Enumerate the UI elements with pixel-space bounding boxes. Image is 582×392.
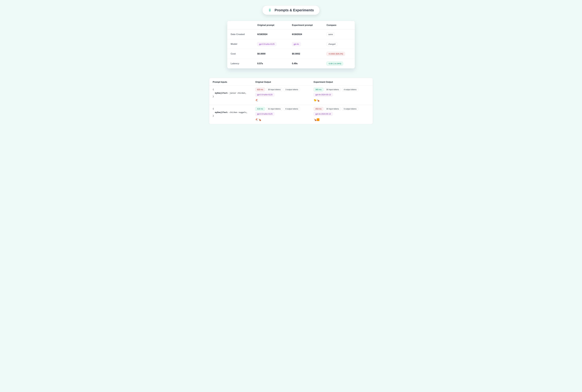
latency-original: 0.57s <box>257 62 292 65</box>
outputs-card: Prompt Inputs Original Output Experiment… <box>209 78 373 124</box>
date-original: 6/18/2024 <box>257 33 292 36</box>
svg-point-3 <box>270 11 270 11</box>
svg-point-2 <box>269 10 270 10</box>
col-original-output: Original Output <box>255 81 311 83</box>
outputs-header-row: Prompt Inputs Original Output Experiment… <box>209 78 373 86</box>
date-experiment: 6/18/2024 <box>292 33 327 36</box>
output-row: { myEmojiText: chicken nuggets, } 419 ms… <box>209 105 373 124</box>
cost-experiment: $0.0002 <box>292 52 327 55</box>
model-experiment: gpt-4o <box>292 42 301 46</box>
col-original: Original prompt <box>257 24 292 26</box>
input-tokens-chip: 30 input tokens <box>266 88 282 92</box>
compare-row-latency: Latency 0.57s 0.49s -0.08 (-14.34%) <box>227 59 355 68</box>
compare-header-row: Original prompt Experiment prompt Compar… <box>227 21 355 30</box>
latency-chip: 419 ms <box>255 107 265 111</box>
prompt-input: { myEmojiText: chicken nuggets, } <box>213 107 253 118</box>
col-experiment-output: Experiment Output <box>314 81 369 83</box>
cost-original: $0.0000 <box>257 52 292 55</box>
row-label: Model <box>231 43 257 46</box>
compare-row-date: Date Created 6/18/2024 6/18/2024 same <box>227 30 355 39</box>
header-pill: Prompts & Experiments <box>262 5 320 15</box>
original-chips: 620 ms 30 input tokens 3 output tokens g… <box>255 88 311 96</box>
compare-row-model: Model gpt-3.5-turbo-0125 gpt-4o changed <box>227 39 355 49</box>
compare-badge-same: same <box>327 32 335 36</box>
model-chip: gpt-3.5-turbo-0125 <box>255 112 274 116</box>
original-emoji: 🐔 <box>255 99 311 102</box>
latency-chip: 453 ms <box>314 107 323 111</box>
page: Prompts & Experiments Original prompt Ex… <box>202 5 380 124</box>
page-title: Prompts & Experiments <box>275 8 314 12</box>
latency-chip: 365 ms <box>314 88 323 92</box>
output-tokens-chip: 6 output tokens <box>284 107 300 111</box>
col-experiment: Experiment prompt <box>292 24 327 26</box>
compare-badge-changed: changed <box>327 42 337 46</box>
compare-badge-cost: +0.0002 (929.2%) <box>327 52 345 56</box>
experiment-output-cell: 453 ms 30 input tokens 5 output tokens g… <box>314 107 369 121</box>
col-compare: Compare <box>327 24 351 26</box>
latency-chip: 620 ms <box>255 88 265 92</box>
compare-row-cost: Cost $0.0000 $0.0002 +0.0002 (929.2%) <box>227 49 355 59</box>
output-tokens-chip: 5 output tokens <box>342 107 358 111</box>
input-tokens-chip: 30 input tokens <box>325 107 341 111</box>
test-tube-icon <box>268 8 272 12</box>
model-chip: gpt-4o-2024-05-13 <box>314 93 333 96</box>
col-inputs: Prompt Inputs <box>213 81 253 83</box>
latency-experiment: 0.49s <box>292 62 327 65</box>
row-label: Date Created <box>231 33 257 36</box>
experiment-emoji: 🐤🍗 <box>314 99 369 102</box>
model-original: gpt-3.5-turbo-0125 <box>257 42 276 46</box>
input-tokens-chip: 30 input tokens <box>325 88 341 92</box>
input-value: chicken nuggets, <box>229 111 247 114</box>
row-label: Cost <box>231 52 257 55</box>
prompt-input: { myEmojiText: junior chicken, } <box>213 88 253 98</box>
input-key: myEmojiText: <box>215 92 228 94</box>
model-chip: gpt-3.5-turbo-0125 <box>255 93 274 96</box>
svg-rect-1 <box>269 8 271 10</box>
row-label: Latency <box>231 62 257 65</box>
original-output-cell: 620 ms 30 input tokens 3 output tokens g… <box>255 88 311 102</box>
experiment-chips: 453 ms 30 input tokens 5 output tokens g… <box>314 107 369 116</box>
compare-card: Original prompt Experiment prompt Compar… <box>227 21 355 68</box>
model-chip: gpt-4o-2024-05-13 <box>314 112 333 116</box>
experiment-emoji: 🍗🟧 <box>314 118 369 121</box>
experiment-output-cell: 365 ms 30 input tokens 4 output tokens g… <box>314 88 369 102</box>
original-chips: 419 ms 31 input tokens 6 output tokens g… <box>255 107 311 116</box>
input-key: myEmojiText: <box>215 111 228 114</box>
output-tokens-chip: 3 output tokens <box>284 88 300 92</box>
input-value: junior chicken, <box>229 92 246 94</box>
input-tokens-chip: 31 input tokens <box>266 107 282 111</box>
header: Prompts & Experiments <box>202 5 380 15</box>
original-emoji: 🐔🍗 <box>255 118 311 121</box>
output-tokens-chip: 4 output tokens <box>342 88 358 92</box>
compare-badge-latency: -0.08 (-14.34%) <box>327 62 343 66</box>
experiment-chips: 365 ms 30 input tokens 4 output tokens g… <box>314 88 369 96</box>
original-output-cell: 419 ms 31 input tokens 6 output tokens g… <box>255 107 311 121</box>
output-row: { myEmojiText: junior chicken, } 620 ms … <box>209 86 373 105</box>
